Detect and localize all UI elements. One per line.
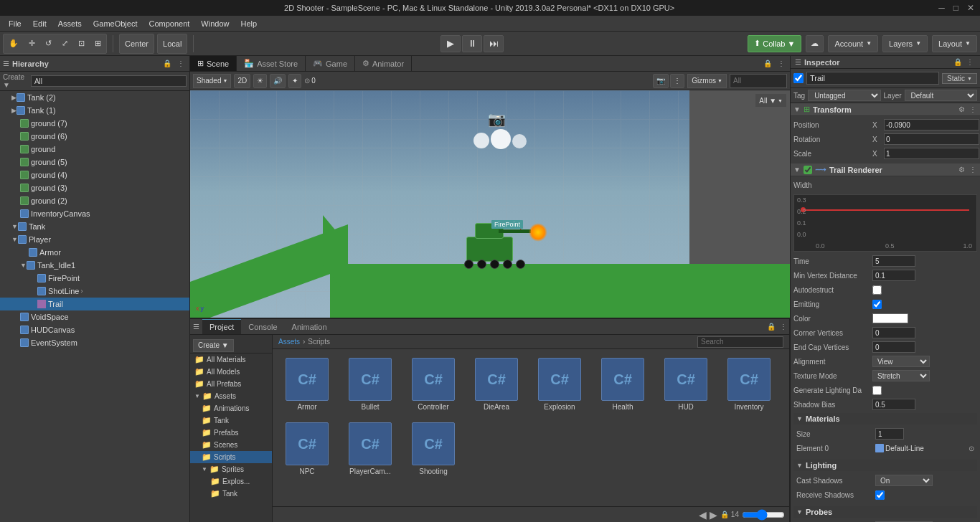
- sidebar-prefabs[interactable]: 📁 Prefabs: [190, 427, 272, 439]
- hierarchy-create-label[interactable]: Create ▼: [3, 73, 29, 89]
- expand-icon[interactable]: ▶: [11, 107, 17, 114]
- prev-btn[interactable]: ◀: [699, 509, 707, 521]
- end-cap-input[interactable]: [872, 341, 915, 353]
- trail-enabled-checkbox[interactable]: [804, 166, 812, 174]
- asset-item[interactable]: C# NPC: [278, 419, 336, 478]
- probes-section[interactable]: ▼ Probes: [793, 506, 977, 518]
- sidebar-all-models[interactable]: 📁 All Models: [190, 366, 272, 378]
- asset-item[interactable]: C# Inventory: [720, 355, 778, 414]
- fx-btn[interactable]: ✦: [288, 74, 301, 88]
- menu-help[interactable]: Help: [235, 18, 263, 29]
- close-btn[interactable]: ✕: [967, 3, 974, 13]
- list-item[interactable]: InventoryCanvas: [0, 207, 189, 220]
- move-tool[interactable]: ✛: [24, 35, 39, 52]
- cloud-button[interactable]: ☁: [806, 35, 824, 52]
- rect-tool[interactable]: ⊡: [74, 35, 89, 52]
- expand-icon[interactable]: ▼: [20, 262, 27, 269]
- camera-btn[interactable]: 📷: [653, 74, 669, 88]
- sidebar-animations[interactable]: 📁 Animations: [190, 402, 272, 414]
- menu-component[interactable]: Component: [143, 18, 195, 29]
- 2d-btn[interactable]: 2D: [234, 74, 250, 88]
- min-vertex-input[interactable]: [872, 270, 915, 281]
- scene-more[interactable]: ⋮: [670, 74, 684, 88]
- list-item[interactable]: ground (5): [0, 156, 189, 169]
- collab-button[interactable]: ⬆ Collab ▼: [748, 35, 801, 52]
- trail-width-graph[interactable]: 0.3 0.2 0.1 0.0 0.0 0.5 1.0: [793, 194, 977, 252]
- hierarchy-lock[interactable]: 🔒: [161, 59, 174, 68]
- tab-project[interactable]: Project: [202, 319, 241, 334]
- audio-btn[interactable]: 🔊: [270, 74, 286, 88]
- menu-edit[interactable]: Edit: [27, 18, 52, 29]
- list-item[interactable]: Armor: [0, 246, 189, 259]
- active-checkbox[interactable]: [793, 73, 804, 83]
- list-item[interactable]: ShotLine ›: [0, 285, 189, 298]
- center-btn[interactable]: Center: [121, 35, 153, 52]
- asset-search[interactable]: [697, 336, 783, 348]
- asset-item[interactable]: C# Controller: [405, 355, 462, 414]
- list-item[interactable]: EventSystem: [0, 336, 189, 349]
- tag-select[interactable]: Untagged: [808, 90, 880, 101]
- corner-vertices-input[interactable]: [872, 327, 915, 338]
- expand-icon[interactable]: ▶: [11, 94, 17, 101]
- element0-select[interactable]: ⊙: [969, 445, 974, 452]
- layers-dropdown[interactable]: Layers: [882, 35, 928, 52]
- play-button[interactable]: ▶: [440, 35, 461, 52]
- alignment-select[interactable]: View: [872, 356, 930, 367]
- rot-x[interactable]: [884, 133, 979, 145]
- project-menu[interactable]: ⋮: [778, 322, 789, 331]
- list-item[interactable]: ▼ Tank: [0, 220, 189, 233]
- menu-gameobject[interactable]: GameObject: [88, 18, 143, 29]
- pos-x[interactable]: [884, 119, 979, 130]
- list-item[interactable]: ground (6): [0, 130, 189, 143]
- list-item[interactable]: FirePoint: [0, 272, 189, 285]
- local-btn[interactable]: Local: [159, 35, 186, 52]
- collapse-arrow[interactable]: ▼: [793, 166, 801, 174]
- size-input[interactable]: [875, 428, 904, 440]
- maximize-btn[interactable]: □: [953, 3, 958, 13]
- asset-item[interactable]: C# Shooting: [405, 419, 462, 478]
- inspector-menu[interactable]: ⋮: [964, 57, 976, 67]
- trail-menu[interactable]: ⋮: [969, 165, 977, 174]
- asset-item[interactable]: C# Explosion: [531, 355, 588, 414]
- list-item[interactable]: HUDCanvas: [0, 323, 189, 336]
- zoom-slider[interactable]: [742, 509, 785, 521]
- autodestruct-checkbox[interactable]: [872, 285, 882, 295]
- transform-tool[interactable]: ⊞: [90, 35, 105, 52]
- project-lock[interactable]: 🔒: [765, 322, 778, 331]
- static-dropdown[interactable]: Static: [942, 73, 977, 84]
- gizmos-dropdown[interactable]: Gizmos: [687, 74, 727, 88]
- list-item[interactable]: ▶ Tank (1): [0, 104, 189, 117]
- layer-btn[interactable]: All ▼: [755, 93, 787, 108]
- tab-console[interactable]: Console: [241, 319, 284, 334]
- sidebar-scenes[interactable]: 📁 Scenes: [190, 439, 272, 451]
- scale-tool[interactable]: ⤢: [57, 35, 72, 52]
- asset-item[interactable]: C# Armor: [278, 355, 336, 414]
- rotate-tool[interactable]: ↺: [41, 35, 56, 52]
- next-btn[interactable]: ▶: [710, 509, 717, 521]
- asset-item[interactable]: C# Bullet: [341, 355, 399, 414]
- sidebar-scripts[interactable]: 📁 Scripts: [190, 451, 272, 463]
- scene-lock[interactable]: 🔒: [761, 59, 774, 68]
- list-item[interactable]: ground (7): [0, 117, 189, 130]
- expand-icon[interactable]: ▼: [11, 236, 18, 243]
- hierarchy-search-input[interactable]: [31, 75, 187, 87]
- asset-item[interactable]: C# DieArea: [468, 355, 525, 414]
- cast-shadows-select[interactable]: On: [875, 475, 933, 486]
- list-item[interactable]: ▼ Player: [0, 233, 189, 246]
- tab-asset-store[interactable]: 🏪 Asset Store: [237, 56, 306, 71]
- time-input[interactable]: [872, 255, 915, 267]
- scene-search[interactable]: [730, 74, 787, 88]
- trail-item[interactable]: Trail: [0, 298, 189, 310]
- tab-animation[interactable]: Animation: [285, 319, 334, 334]
- step-button[interactable]: ⏭: [484, 35, 504, 52]
- asset-item[interactable]: C# HUD: [657, 355, 715, 414]
- scene-view[interactable]: 📷 FirePoint →: [190, 90, 790, 318]
- shadow-bias-input[interactable]: [872, 399, 915, 410]
- receive-shadows-checkbox[interactable]: [875, 490, 885, 500]
- list-item[interactable]: ground (3): [0, 181, 189, 194]
- scene-menu[interactable]: ⋮: [776, 59, 787, 68]
- tab-game[interactable]: 🎮 Game: [306, 56, 355, 71]
- tab-animator[interactable]: ⚙ Animator: [355, 56, 412, 71]
- sidebar-sprites[interactable]: ▼ 📁 Sprites: [190, 463, 272, 475]
- hierarchy-menu[interactable]: ⋮: [175, 59, 187, 68]
